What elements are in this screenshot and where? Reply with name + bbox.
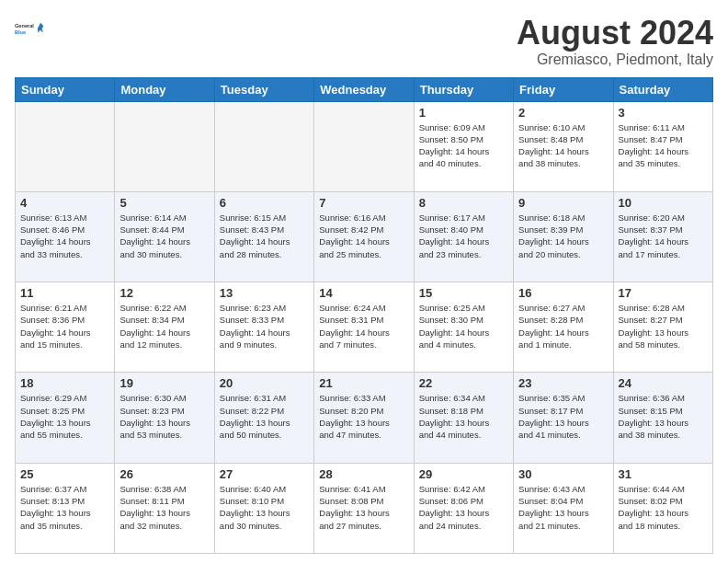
logo: General Blue: [15, 15, 44, 44]
day-number: 1: [419, 106, 508, 120]
table-row: 22Sunrise: 6:34 AMSunset: 8:18 PMDayligh…: [414, 373, 513, 463]
calendar-week-0: 1Sunrise: 6:09 AMSunset: 8:50 PMDaylight…: [16, 101, 713, 191]
table-row: 17Sunrise: 6:28 AMSunset: 8:27 PMDayligh…: [613, 282, 712, 373]
day-info: Sunrise: 6:17 AMSunset: 8:40 PMDaylight:…: [419, 213, 490, 259]
table-row: 28Sunrise: 6:41 AMSunset: 8:08 PMDayligh…: [314, 463, 414, 553]
day-number: 9: [518, 196, 608, 210]
day-info: Sunrise: 6:37 AMSunset: 8:13 PMDaylight:…: [20, 484, 91, 531]
table-row: 20Sunrise: 6:31 AMSunset: 8:22 PMDayligh…: [214, 373, 313, 463]
table-row: 12Sunrise: 6:22 AMSunset: 8:34 PMDayligh…: [115, 282, 214, 373]
day-info: Sunrise: 6:40 AMSunset: 8:10 PMDaylight:…: [220, 484, 290, 531]
day-number: 14: [319, 286, 408, 300]
table-row: [314, 101, 414, 191]
calendar-week-2: 11Sunrise: 6:21 AMSunset: 8:36 PMDayligh…: [16, 282, 713, 373]
calendar-week-3: 18Sunrise: 6:29 AMSunset: 8:25 PMDayligh…: [16, 373, 713, 463]
header-row: Sunday Monday Tuesday Wednesday Thursday…: [16, 77, 713, 101]
month-title: August 2024: [517, 15, 713, 52]
day-info: Sunrise: 6:27 AMSunset: 8:28 PMDaylight:…: [518, 303, 589, 350]
day-number: 13: [220, 286, 309, 300]
table-row: 11Sunrise: 6:21 AMSunset: 8:36 PMDayligh…: [16, 282, 115, 373]
day-info: Sunrise: 6:38 AMSunset: 8:11 PMDaylight:…: [119, 484, 190, 531]
table-row: 21Sunrise: 6:33 AMSunset: 8:20 PMDayligh…: [314, 373, 414, 463]
day-number: 20: [220, 376, 309, 390]
day-info: Sunrise: 6:35 AMSunset: 8:17 PMDaylight:…: [518, 393, 589, 440]
table-row: 30Sunrise: 6:43 AMSunset: 8:04 PMDayligh…: [514, 463, 613, 553]
day-number: 24: [619, 376, 708, 390]
table-row: 25Sunrise: 6:37 AMSunset: 8:13 PMDayligh…: [16, 463, 115, 553]
day-number: 30: [518, 467, 608, 481]
day-info: Sunrise: 6:10 AMSunset: 8:48 PMDaylight:…: [518, 122, 589, 169]
day-number: 8: [419, 196, 508, 210]
table-row: 16Sunrise: 6:27 AMSunset: 8:28 PMDayligh…: [514, 282, 613, 373]
day-info: Sunrise: 6:21 AMSunset: 8:36 PMDaylight:…: [20, 303, 91, 350]
calendar-week-1: 4Sunrise: 6:13 AMSunset: 8:46 PMDaylight…: [16, 191, 713, 282]
table-row: 13Sunrise: 6:23 AMSunset: 8:33 PMDayligh…: [214, 282, 313, 373]
day-number: 25: [20, 467, 109, 481]
day-info: Sunrise: 6:43 AMSunset: 8:04 PMDaylight:…: [518, 484, 589, 531]
day-number: 5: [119, 196, 209, 210]
day-info: Sunrise: 6:15 AMSunset: 8:43 PMDaylight:…: [220, 213, 290, 259]
day-info: Sunrise: 6:16 AMSunset: 8:42 PMDaylight:…: [319, 213, 390, 259]
table-row: [115, 101, 214, 191]
col-wednesday: Wednesday: [314, 77, 414, 101]
col-monday: Monday: [115, 77, 214, 101]
col-friday: Friday: [514, 77, 613, 101]
col-sunday: Sunday: [16, 77, 115, 101]
subtitle: Gremiasco, Piedmont, Italy: [517, 52, 713, 68]
day-number: 18: [20, 376, 109, 390]
day-info: Sunrise: 6:36 AMSunset: 8:15 PMDaylight:…: [619, 393, 689, 440]
table-row: 10Sunrise: 6:20 AMSunset: 8:37 PMDayligh…: [613, 191, 712, 282]
day-info: Sunrise: 6:41 AMSunset: 8:08 PMDaylight:…: [319, 484, 390, 531]
day-info: Sunrise: 6:30 AMSunset: 8:23 PMDaylight:…: [119, 393, 190, 440]
table-row: 24Sunrise: 6:36 AMSunset: 8:15 PMDayligh…: [613, 373, 712, 463]
svg-text:Blue: Blue: [15, 29, 26, 35]
table-row: 31Sunrise: 6:44 AMSunset: 8:02 PMDayligh…: [613, 463, 712, 553]
table-row: 3Sunrise: 6:11 AMSunset: 8:47 PMDaylight…: [613, 101, 712, 191]
table-row: 14Sunrise: 6:24 AMSunset: 8:31 PMDayligh…: [314, 282, 414, 373]
header: General Blue August 2024 Gremiasco, Pied…: [15, 15, 713, 68]
logo-icon: General Blue: [15, 15, 44, 44]
day-info: Sunrise: 6:22 AMSunset: 8:34 PMDaylight:…: [119, 303, 190, 350]
day-number: 27: [220, 467, 309, 481]
day-info: Sunrise: 6:20 AMSunset: 8:37 PMDaylight:…: [619, 213, 689, 259]
day-info: Sunrise: 6:31 AMSunset: 8:22 PMDaylight:…: [220, 393, 290, 440]
day-number: 28: [319, 467, 408, 481]
day-number: 17: [619, 286, 708, 300]
svg-text:General: General: [15, 23, 34, 29]
day-info: Sunrise: 6:14 AMSunset: 8:44 PMDaylight:…: [119, 213, 190, 259]
calendar-week-4: 25Sunrise: 6:37 AMSunset: 8:13 PMDayligh…: [16, 463, 713, 553]
table-row: 2Sunrise: 6:10 AMSunset: 8:48 PMDaylight…: [514, 101, 613, 191]
table-row: [214, 101, 313, 191]
day-number: 15: [419, 286, 508, 300]
day-number: 3: [619, 106, 708, 120]
col-thursday: Thursday: [414, 77, 513, 101]
svg-marker-2: [38, 23, 43, 33]
day-info: Sunrise: 6:23 AMSunset: 8:33 PMDaylight:…: [220, 303, 290, 350]
table-row: 7Sunrise: 6:16 AMSunset: 8:42 PMDaylight…: [314, 191, 414, 282]
day-number: 26: [119, 467, 209, 481]
day-info: Sunrise: 6:11 AMSunset: 8:47 PMDaylight:…: [619, 122, 689, 169]
day-number: 23: [518, 376, 608, 390]
title-block: August 2024 Gremiasco, Piedmont, Italy: [517, 15, 713, 68]
day-info: Sunrise: 6:33 AMSunset: 8:20 PMDaylight:…: [319, 393, 390, 440]
day-number: 29: [419, 467, 508, 481]
day-number: 7: [319, 196, 408, 210]
day-number: 21: [319, 376, 408, 390]
day-info: Sunrise: 6:42 AMSunset: 8:06 PMDaylight:…: [419, 484, 490, 531]
col-saturday: Saturday: [613, 77, 712, 101]
day-info: Sunrise: 6:25 AMSunset: 8:30 PMDaylight:…: [419, 303, 490, 350]
day-number: 31: [619, 467, 708, 481]
day-info: Sunrise: 6:44 AMSunset: 8:02 PMDaylight:…: [619, 484, 689, 531]
day-info: Sunrise: 6:34 AMSunset: 8:18 PMDaylight:…: [419, 393, 490, 440]
table-row: 1Sunrise: 6:09 AMSunset: 8:50 PMDaylight…: [414, 101, 513, 191]
table-row: 18Sunrise: 6:29 AMSunset: 8:25 PMDayligh…: [16, 373, 115, 463]
table-row: 4Sunrise: 6:13 AMSunset: 8:46 PMDaylight…: [16, 191, 115, 282]
day-number: 11: [20, 286, 109, 300]
day-info: Sunrise: 6:24 AMSunset: 8:31 PMDaylight:…: [319, 303, 390, 350]
table-row: 8Sunrise: 6:17 AMSunset: 8:40 PMDaylight…: [414, 191, 513, 282]
table-row: 5Sunrise: 6:14 AMSunset: 8:44 PMDaylight…: [115, 191, 214, 282]
table-row: 26Sunrise: 6:38 AMSunset: 8:11 PMDayligh…: [115, 463, 214, 553]
day-number: 16: [518, 286, 608, 300]
page: General Blue August 2024 Gremiasco, Pied…: [0, 0, 728, 563]
calendar-table: Sunday Monday Tuesday Wednesday Thursday…: [15, 77, 713, 554]
